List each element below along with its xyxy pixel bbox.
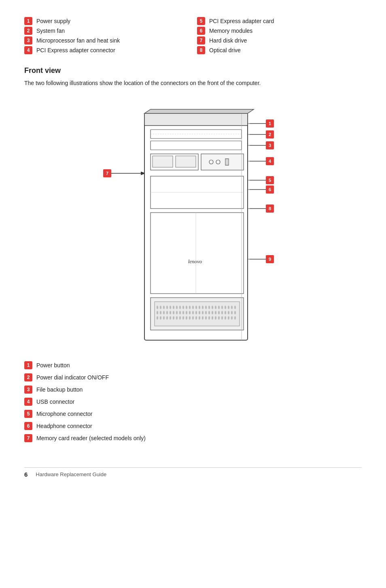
label-7: Hard disk drive bbox=[209, 37, 247, 44]
svg-rect-100 bbox=[166, 316, 168, 320]
left-col: 1 Power supply 2 System fan 3 Microproce… bbox=[24, 16, 189, 55]
svg-rect-107 bbox=[189, 316, 191, 320]
svg-rect-72 bbox=[157, 311, 158, 314]
list-item-7: 7 Hard disk drive bbox=[197, 36, 362, 45]
list-item-3: 3 Microprocessor fan and heat sink bbox=[24, 36, 189, 45]
svg-rect-32 bbox=[151, 141, 242, 150]
bottom-item-3: 3 File backup button bbox=[24, 385, 362, 394]
svg-rect-29 bbox=[144, 113, 248, 126]
bottom-badge-3: 3 bbox=[24, 386, 32, 394]
bottom-label-4: USB connector bbox=[36, 398, 74, 405]
bottom-badge-4: 4 bbox=[24, 398, 32, 406]
svg-rect-103 bbox=[176, 316, 178, 320]
svg-rect-113 bbox=[208, 316, 210, 320]
svg-text:7: 7 bbox=[106, 171, 108, 176]
svg-rect-96 bbox=[234, 311, 236, 314]
svg-rect-104 bbox=[179, 316, 181, 320]
svg-rect-87 bbox=[205, 311, 207, 314]
top-component-list: 1 Power supply 2 System fan 3 Microproce… bbox=[24, 16, 362, 55]
svg-rect-92 bbox=[221, 311, 223, 314]
svg-text:2: 2 bbox=[269, 132, 271, 137]
svg-rect-58 bbox=[192, 306, 194, 309]
label-5: PCI Express adapter card bbox=[209, 18, 274, 24]
svg-rect-50 bbox=[166, 306, 168, 309]
list-item-1: 1 Power supply bbox=[24, 16, 189, 26]
svg-rect-74 bbox=[163, 311, 165, 314]
list-item-2: 2 System fan bbox=[24, 26, 189, 36]
badge-6: 6 bbox=[197, 27, 205, 35]
bottom-item-5: 5 Microphone connector bbox=[24, 409, 362, 419]
svg-rect-95 bbox=[231, 311, 233, 314]
svg-text:lenovo: lenovo bbox=[188, 258, 202, 264]
svg-rect-118 bbox=[225, 316, 226, 320]
svg-rect-59 bbox=[195, 306, 197, 309]
section-title: Front view bbox=[24, 66, 362, 75]
svg-rect-105 bbox=[182, 316, 184, 320]
bottom-badge-6: 6 bbox=[24, 422, 32, 430]
list-item-6: 6 Memory modules bbox=[197, 26, 362, 36]
svg-rect-43 bbox=[151, 213, 244, 294]
label-4: PCI Express adapter connector bbox=[36, 47, 115, 53]
svg-rect-80 bbox=[182, 311, 184, 314]
svg-text:8: 8 bbox=[269, 206, 271, 211]
svg-rect-39 bbox=[153, 156, 173, 167]
svg-text:3: 3 bbox=[269, 143, 271, 148]
svg-rect-84 bbox=[195, 311, 197, 314]
diagram-wrap: 1 2 3 4 5 6 8 9 7 bbox=[92, 97, 294, 348]
svg-rect-106 bbox=[186, 316, 187, 320]
svg-rect-69 bbox=[228, 306, 229, 309]
bottom-item-4: 4 USB connector bbox=[24, 397, 362, 407]
svg-rect-93 bbox=[225, 311, 226, 314]
svg-rect-63 bbox=[208, 306, 210, 309]
svg-rect-40 bbox=[176, 156, 196, 167]
svg-rect-119 bbox=[228, 316, 229, 320]
svg-rect-30 bbox=[151, 130, 242, 138]
svg-rect-68 bbox=[225, 306, 226, 309]
svg-rect-78 bbox=[176, 311, 178, 314]
bottom-label-5: Microphone connector bbox=[36, 411, 93, 417]
computer-diagram: 1 2 3 4 5 6 8 9 7 bbox=[92, 97, 294, 348]
svg-rect-62 bbox=[205, 306, 207, 309]
badge-2: 2 bbox=[24, 27, 32, 35]
bottom-label-1: Power button bbox=[36, 362, 70, 369]
svg-rect-109 bbox=[195, 316, 197, 320]
svg-rect-102 bbox=[173, 316, 174, 320]
list-item-5: 5 PCI Express adapter card bbox=[197, 16, 362, 26]
label-6: Memory modules bbox=[209, 28, 252, 34]
bottom-list: 1 Power button 2 Power dial indicator ON… bbox=[24, 360, 362, 443]
svg-rect-55 bbox=[182, 306, 184, 309]
svg-rect-52 bbox=[173, 306, 174, 309]
svg-rect-111 bbox=[202, 316, 204, 320]
svg-text:4: 4 bbox=[269, 159, 271, 164]
bottom-item-2: 2 Power dial indicator ON/OFF bbox=[24, 373, 362, 382]
svg-rect-61 bbox=[202, 306, 204, 309]
svg-rect-112 bbox=[205, 316, 207, 320]
svg-rect-66 bbox=[218, 306, 220, 309]
svg-text:5: 5 bbox=[269, 178, 271, 183]
svg-rect-117 bbox=[221, 316, 223, 320]
svg-rect-71 bbox=[234, 306, 236, 309]
badge-4: 4 bbox=[24, 46, 32, 54]
svg-rect-49 bbox=[163, 306, 165, 309]
badge-5: 5 bbox=[197, 17, 205, 25]
svg-rect-114 bbox=[212, 316, 213, 320]
bottom-item-7: 7 Memory card reader (selected models on… bbox=[24, 433, 362, 443]
svg-rect-82 bbox=[189, 311, 191, 314]
svg-rect-48 bbox=[160, 306, 161, 309]
svg-rect-54 bbox=[179, 306, 181, 309]
footer: 6 Hardware Replacement Guide bbox=[24, 467, 362, 478]
bottom-badge-1: 1 bbox=[24, 361, 32, 369]
label-8: Optical drive bbox=[209, 47, 241, 53]
bottom-label-7: Memory card reader (selected models only… bbox=[36, 435, 146, 441]
label-1: Power supply bbox=[36, 18, 70, 24]
footer-page: 6 bbox=[24, 471, 28, 478]
bottom-badge-2: 2 bbox=[24, 373, 32, 381]
svg-rect-88 bbox=[208, 311, 210, 314]
svg-rect-108 bbox=[192, 316, 194, 320]
svg-text:9: 9 bbox=[269, 257, 271, 262]
svg-rect-91 bbox=[218, 311, 220, 314]
label-3: Microprocessor fan and heat sink bbox=[36, 37, 120, 44]
label-2: System fan bbox=[36, 28, 65, 34]
svg-rect-79 bbox=[179, 311, 181, 314]
list-item-4: 4 PCI Express adapter connector bbox=[24, 45, 189, 55]
